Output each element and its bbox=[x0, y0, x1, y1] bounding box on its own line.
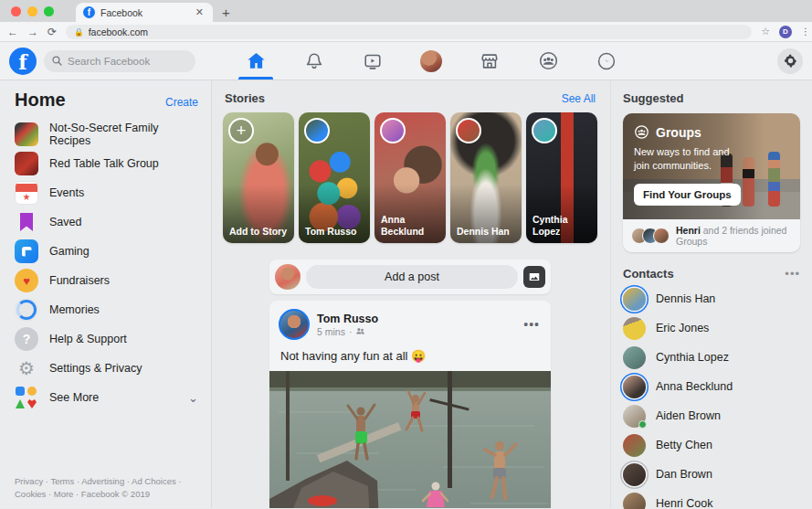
contact-row[interactable]: Cynthia Lopez bbox=[623, 343, 800, 372]
header-nav bbox=[240, 42, 622, 80]
joined-friends-text: Henri and 2 friends joined Groups bbox=[676, 225, 792, 247]
bookmark-star-icon[interactable]: ☆ bbox=[761, 26, 770, 37]
url-text: facebook.com bbox=[89, 27, 148, 37]
tab-close-icon[interactable]: ✕ bbox=[194, 6, 206, 18]
photo-icon bbox=[528, 270, 541, 283]
group-photo-icon bbox=[15, 122, 38, 146]
contact-avatar bbox=[623, 288, 646, 311]
nav-marketplace-button[interactable] bbox=[474, 42, 505, 80]
story-card-add[interactable]: + Add to Story bbox=[223, 112, 294, 243]
post-time: 5 mins bbox=[317, 326, 345, 337]
heart-icon: ♥ bbox=[15, 269, 38, 292]
add-story-icon[interactable]: + bbox=[228, 118, 254, 143]
story-author-avatar bbox=[456, 118, 481, 143]
tab-title: Facebook bbox=[100, 7, 188, 18]
sidebar-item-recipes-group[interactable]: Not-So-Secret Family Recipes bbox=[15, 120, 198, 149]
shapes-icon bbox=[15, 386, 38, 409]
post-image[interactable] bbox=[269, 371, 551, 508]
messenger-icon bbox=[596, 51, 617, 71]
nav-notifications-button[interactable] bbox=[299, 42, 330, 80]
post-author-name[interactable]: Tom Russo bbox=[317, 313, 378, 325]
contact-avatar bbox=[623, 463, 646, 486]
story-card[interactable]: Cynthia Lopez bbox=[526, 112, 597, 243]
profile-avatar bbox=[420, 50, 442, 72]
add-post-input[interactable]: Add a post bbox=[306, 265, 518, 289]
bookmark-icon bbox=[15, 210, 38, 234]
sidebar-item-see-more[interactable]: See More ⌄ bbox=[15, 383, 198, 412]
nav-profile-button[interactable] bbox=[416, 42, 447, 80]
search-icon bbox=[52, 56, 62, 66]
groups-card-title: Groups bbox=[656, 125, 701, 140]
post-audience-icon bbox=[355, 326, 365, 336]
add-photo-button[interactable] bbox=[523, 266, 545, 288]
browser-tab[interactable]: f Facebook ✕ bbox=[76, 3, 213, 22]
sidebar-item-fundraisers[interactable]: ♥ Fundraisers bbox=[15, 266, 198, 295]
sidebar-item-gaming[interactable]: Gaming bbox=[15, 237, 198, 266]
facebook-header: f bbox=[0, 42, 812, 80]
contact-row[interactable]: Anna Becklund bbox=[623, 372, 800, 401]
story-card[interactable]: Anna Becklund bbox=[374, 112, 446, 243]
window-close-button[interactable] bbox=[11, 6, 21, 16]
story-author-avatar bbox=[380, 118, 406, 143]
post-menu-icon[interactable]: ••• bbox=[523, 317, 542, 332]
settings-gear-button[interactable] bbox=[777, 48, 803, 74]
contact-avatar bbox=[623, 405, 646, 428]
suggested-groups-card: Groups New ways to find and join communi… bbox=[623, 113, 800, 252]
sidebar-item-settings-privacy[interactable]: ⚙ Settings & Privacy bbox=[15, 354, 198, 383]
sidebar-item-red-table-talk[interactable]: Red Table Talk Group bbox=[15, 149, 198, 178]
contact-row[interactable]: Dan Brown bbox=[623, 460, 800, 489]
sidebar-item-events[interactable]: ★ Events bbox=[15, 178, 198, 207]
stories-title: Stories bbox=[225, 91, 265, 105]
forward-button[interactable]: → bbox=[27, 27, 38, 37]
contact-row[interactable]: Eric Jones bbox=[623, 313, 800, 343]
window-minimize-button[interactable] bbox=[27, 6, 37, 16]
group-photo-icon bbox=[15, 152, 38, 175]
facebook-logo[interactable]: f bbox=[9, 48, 37, 75]
suggested-title: Suggested bbox=[623, 91, 800, 105]
main-feed: Stories See All + Add to Story Tom Russo… bbox=[212, 80, 610, 508]
composer-avatar[interactable] bbox=[275, 264, 301, 290]
contact-row[interactable]: Betty Chen bbox=[623, 430, 800, 460]
window-controls bbox=[9, 0, 63, 22]
find-your-groups-button[interactable]: Find Your Groups bbox=[634, 184, 741, 206]
search-input[interactable] bbox=[68, 56, 187, 67]
lock-icon: 🔒 bbox=[74, 27, 84, 37]
post-composer: Add a post bbox=[269, 260, 551, 294]
see-all-link[interactable]: See All bbox=[562, 92, 596, 105]
browser-tab-strip: f Facebook ✕ + bbox=[0, 0, 812, 22]
nav-messenger-button[interactable] bbox=[591, 42, 622, 80]
contact-row[interactable]: Dennis Han bbox=[623, 284, 800, 313]
contact-avatar bbox=[623, 376, 646, 398]
search-bar[interactable] bbox=[44, 50, 195, 72]
contact-row[interactable]: Henri Cook bbox=[623, 489, 800, 509]
create-link[interactable]: Create bbox=[165, 96, 198, 109]
contacts-menu-icon[interactable]: ••• bbox=[785, 267, 800, 281]
contact-avatar bbox=[623, 434, 646, 457]
nav-home-button[interactable] bbox=[240, 42, 271, 80]
sidebar-item-help-support[interactable]: ? Help & Support bbox=[15, 324, 198, 354]
nav-groups-button[interactable] bbox=[533, 42, 564, 80]
sidebar-item-saved[interactable]: Saved bbox=[15, 207, 198, 237]
post-card: Tom Russo 5 mins · ••• Not having any fu… bbox=[269, 301, 551, 508]
footer-links[interactable]: Privacy · Terms · Advertising · Ad Choic… bbox=[15, 475, 196, 502]
back-button[interactable]: ← bbox=[7, 27, 18, 37]
facebook-favicon-icon: f bbox=[83, 6, 95, 18]
story-card[interactable]: Tom Russo bbox=[299, 112, 370, 243]
new-tab-button[interactable]: + bbox=[222, 5, 230, 20]
gaming-icon bbox=[15, 239, 38, 263]
browser-menu-icon[interactable]: ⋮ bbox=[801, 30, 805, 33]
joined-friends-avatars bbox=[631, 228, 670, 244]
browser-address-bar: ← → ⟳ 🔒 facebook.com ☆ D ⋮ bbox=[0, 22, 812, 42]
story-author-avatar bbox=[532, 118, 557, 143]
sidebar-item-memories[interactable]: Memories bbox=[15, 295, 198, 324]
reload-button[interactable]: ⟳ bbox=[47, 27, 57, 37]
story-card[interactable]: Dennis Han bbox=[450, 112, 522, 243]
nav-watch-button[interactable] bbox=[357, 42, 388, 80]
post-author-avatar[interactable] bbox=[279, 309, 310, 340]
contact-avatar bbox=[623, 493, 646, 509]
window-maximize-button[interactable] bbox=[44, 6, 54, 16]
url-bar[interactable]: 🔒 facebook.com bbox=[66, 25, 752, 39]
home-icon bbox=[246, 50, 267, 71]
contact-row[interactable]: Aiden Brown bbox=[623, 401, 800, 430]
browser-profile-avatar[interactable]: D bbox=[779, 26, 792, 38]
